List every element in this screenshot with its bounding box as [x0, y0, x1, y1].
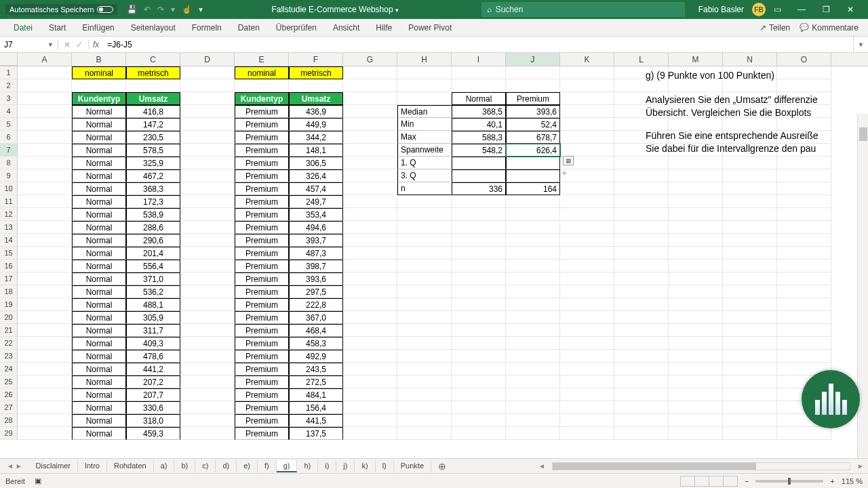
cell-A8[interactable] [18, 157, 72, 169]
cell-I28[interactable] [452, 414, 506, 427]
sheet-tab-Disclaimer[interactable]: Disclaimer [29, 460, 78, 472]
cell-D23[interactable] [180, 350, 235, 363]
cell-C3[interactable]: Umsatz [126, 92, 180, 105]
ribbon-tab-ansicht[interactable]: Ansicht [325, 20, 368, 35]
cell-J14[interactable] [506, 234, 560, 247]
cell-L11[interactable] [614, 195, 669, 208]
cell-N8[interactable] [723, 157, 777, 169]
cell-L16[interactable] [614, 260, 669, 272]
row-header-6[interactable]: 6 [0, 131, 18, 144]
cell-M28[interactable] [669, 414, 723, 427]
formula-input[interactable]: =J6-J5 [103, 40, 853, 49]
sheet-tab-f[interactable]: f) [258, 460, 277, 472]
cell-H1[interactable] [397, 66, 452, 79]
cell-C12[interactable]: 538,9 [126, 208, 180, 221]
cell-O21[interactable] [777, 324, 831, 337]
cell-E25[interactable]: Premium [235, 375, 289, 388]
sheet-tab-l[interactable]: l) [376, 460, 394, 472]
zoom-in-button[interactable]: + [830, 477, 834, 485]
cell-K14[interactable] [560, 234, 614, 247]
cell-F2[interactable] [289, 79, 343, 92]
cell-G17[interactable] [343, 272, 397, 285]
cell-I11[interactable] [452, 195, 506, 208]
cell-B21[interactable]: Normal [72, 324, 126, 337]
cell-K17[interactable] [560, 272, 614, 285]
cell-B13[interactable]: Normal [72, 221, 126, 234]
cell-G8[interactable] [343, 157, 397, 169]
hscroll-left[interactable]: ◄ [534, 462, 549, 470]
cell-F27[interactable]: 156,4 [289, 401, 343, 414]
cell-G12[interactable] [343, 208, 397, 221]
cell-B18[interactable]: Normal [72, 285, 126, 298]
cell-F10[interactable]: 457,4 [289, 182, 343, 195]
cell-G24[interactable] [343, 363, 397, 375]
search-input[interactable] [496, 5, 679, 14]
cell-L17[interactable] [614, 272, 669, 285]
cell-K11[interactable] [560, 195, 614, 208]
cell-F4[interactable]: 436,9 [289, 105, 343, 118]
cell-J26[interactable] [506, 388, 560, 401]
cell-G15[interactable] [343, 247, 397, 260]
cell-A12[interactable] [18, 208, 72, 221]
cell-A13[interactable] [18, 221, 72, 234]
cell-I16[interactable] [452, 260, 506, 272]
cell-I22[interactable] [452, 337, 506, 350]
sheet-tab-k[interactable]: k) [355, 460, 375, 472]
cell-M13[interactable] [669, 221, 723, 234]
row-header-5[interactable]: 5 [0, 118, 18, 131]
cell-I25[interactable] [452, 375, 506, 388]
cell-I19[interactable] [452, 298, 506, 311]
cell-I9[interactable] [452, 169, 506, 182]
cell-F22[interactable]: 458,3 [289, 337, 343, 350]
cell-L23[interactable] [614, 350, 669, 363]
cell-C20[interactable]: 305,9 [126, 311, 180, 324]
cell-D7[interactable] [180, 144, 235, 157]
cell-H14[interactable] [397, 234, 452, 247]
cell-I21[interactable] [452, 324, 506, 337]
cell-B24[interactable]: Normal [72, 363, 126, 375]
cell-C4[interactable]: 416,8 [126, 105, 180, 118]
cell-L12[interactable] [614, 208, 669, 221]
cell-B9[interactable]: Normal [72, 169, 126, 182]
cell-D15[interactable] [180, 247, 235, 260]
row-header-18[interactable]: 18 [0, 285, 18, 298]
cell-L28[interactable] [614, 414, 669, 427]
cell-I27[interactable] [452, 401, 506, 414]
cancel-icon[interactable]: ✕ [64, 40, 71, 49]
cell-C9[interactable]: 467,2 [126, 169, 180, 182]
row-header-23[interactable]: 23 [0, 350, 18, 363]
cell-A20[interactable] [18, 311, 72, 324]
row-header-21[interactable]: 21 [0, 324, 18, 337]
cell-F1[interactable]: metrisch [289, 66, 343, 79]
cell-C15[interactable]: 201,4 [126, 247, 180, 260]
cell-I13[interactable] [452, 221, 506, 234]
cell-C2[interactable] [126, 79, 180, 92]
cell-C8[interactable]: 325,9 [126, 157, 180, 169]
cell-B23[interactable]: Normal [72, 350, 126, 363]
cell-F9[interactable]: 326,4 [289, 169, 343, 182]
cell-K16[interactable] [560, 260, 614, 272]
sheet-nav-prev[interactable]: ◄ ► [0, 462, 29, 470]
cell-E21[interactable]: Premium [235, 324, 289, 337]
cell-E29[interactable]: Premium [235, 427, 289, 440]
cell-G23[interactable] [343, 350, 397, 363]
cell-F20[interactable]: 367,0 [289, 311, 343, 324]
cell-M15[interactable] [669, 247, 723, 260]
autosave-toggle[interactable]: Automatisches Speichern [5, 4, 117, 15]
cell-F18[interactable]: 297,5 [289, 285, 343, 298]
cell-K22[interactable] [560, 337, 614, 350]
ribbon-tab-start[interactable]: Start [41, 20, 74, 35]
col-header-A[interactable]: A [18, 53, 72, 66]
cell-N16[interactable] [723, 260, 777, 272]
cell-O20[interactable] [777, 311, 831, 324]
cell-O10[interactable] [777, 182, 831, 195]
cell-G2[interactable] [343, 79, 397, 92]
cell-G25[interactable] [343, 375, 397, 388]
cell-H2[interactable] [397, 79, 452, 92]
cell-B6[interactable]: Normal [72, 131, 126, 144]
cell-J5[interactable]: 52,4 [506, 118, 560, 131]
cell-D13[interactable] [180, 221, 235, 234]
cell-N12[interactable] [723, 208, 777, 221]
cell-O9[interactable] [777, 169, 831, 182]
cell-J10[interactable]: 164 [506, 182, 560, 195]
